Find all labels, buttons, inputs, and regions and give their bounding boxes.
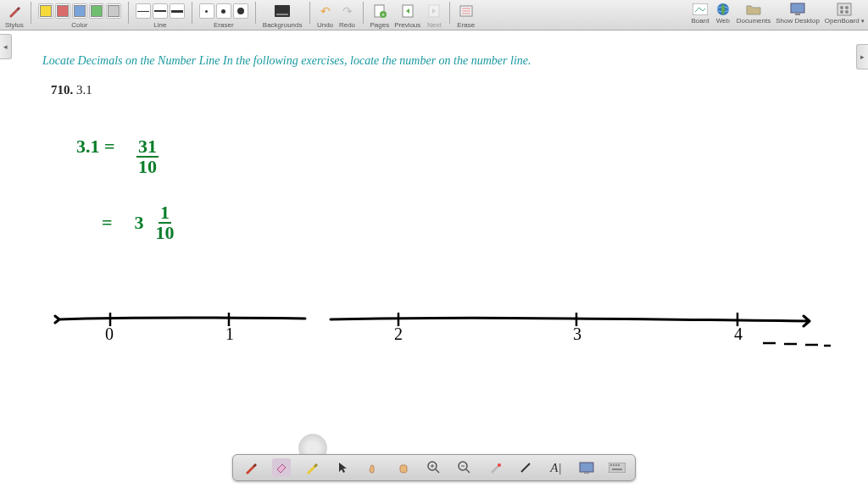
svg-rect-44 <box>615 464 617 466</box>
line-tool[interactable] <box>516 458 535 477</box>
color-gray[interactable] <box>106 3 121 19</box>
svg-rect-40 <box>584 473 589 474</box>
next-group: Next <box>426 2 442 29</box>
redo-group[interactable]: ↷ Redo <box>339 2 356 29</box>
right-panel-toggle[interactable]: ▸ <box>856 44 868 69</box>
svg-rect-43 <box>613 464 615 466</box>
undo-group[interactable]: ↶ Undo <box>317 2 334 29</box>
pages-group[interactable]: + Pages <box>370 2 390 29</box>
right-tool-group: Board Web Documents Show Desktop OpenBoa… <box>691 2 865 25</box>
color-green[interactable] <box>89 3 104 19</box>
svg-rect-14 <box>791 3 804 13</box>
openboard-button[interactable]: OpenBoard ▾ <box>825 2 865 25</box>
undo-icon[interactable]: ↶ <box>317 3 334 19</box>
web-icon <box>715 2 732 17</box>
tick-1: 1 <box>225 324 234 344</box>
line-label: Line <box>153 21 166 29</box>
board-icon <box>692 2 709 17</box>
problem-number: 710. <box>51 83 73 97</box>
interact-tool[interactable] <box>364 458 382 477</box>
svg-line-35 <box>466 469 470 473</box>
web-button[interactable]: Web <box>715 2 732 25</box>
desktop-icon <box>789 2 806 17</box>
keyboard-tool[interactable] <box>608 458 626 477</box>
svg-point-37 <box>498 463 501 467</box>
backgrounds-icon[interactable] <box>274 3 291 19</box>
pen-tool[interactable] <box>242 458 260 477</box>
svg-rect-15 <box>795 14 800 15</box>
problem-statement: 710. 3.1 <box>51 83 92 97</box>
documents-icon <box>745 2 762 17</box>
svg-rect-11 <box>693 3 708 15</box>
svg-line-31 <box>436 469 439 473</box>
openboard-icon <box>836 2 853 17</box>
svg-rect-46 <box>612 469 622 470</box>
line-thin[interactable] <box>136 3 151 19</box>
laser-tool[interactable] <box>486 458 504 477</box>
erase-group[interactable]: Erase <box>457 2 475 29</box>
previous-group[interactable]: Previous <box>394 2 420 29</box>
color-group: Color <box>38 2 121 29</box>
svg-rect-1 <box>276 14 288 15</box>
color-label: Color <box>71 21 87 29</box>
color-yellow[interactable] <box>38 3 53 19</box>
board-button[interactable]: Board <box>691 2 709 25</box>
eraser-size-group: Eraser <box>199 2 248 29</box>
svg-point-17 <box>840 6 843 9</box>
svg-rect-45 <box>618 464 620 466</box>
tick-4: 4 <box>734 324 743 344</box>
eraser-tool[interactable] <box>272 458 291 477</box>
pointer-tool[interactable] <box>333 458 352 477</box>
new-page-icon[interactable]: + <box>371 3 388 19</box>
fraction-31-10: 31 10 <box>136 137 159 176</box>
backgrounds-label: Backgrounds <box>263 21 303 29</box>
bottom-toolbar: A| <box>232 454 636 481</box>
zoom-out-tool[interactable] <box>455 458 474 477</box>
documents-button[interactable]: Documents <box>737 2 771 25</box>
number-line: 0 1 2 3 4 <box>51 301 831 369</box>
zoom-in-tool[interactable] <box>425 458 443 477</box>
tick-3: 3 <box>573 324 581 344</box>
scroll-tool[interactable] <box>394 458 413 477</box>
svg-point-19 <box>840 10 843 14</box>
previous-icon[interactable] <box>399 3 416 19</box>
handwriting-line2: = 3 1 10 <box>102 203 175 242</box>
svg-rect-42 <box>610 464 612 466</box>
undo-label: Undo <box>317 21 333 29</box>
color-blue[interactable] <box>72 3 87 19</box>
eraser-medium[interactable] <box>216 3 231 19</box>
line-group: Line <box>136 2 185 29</box>
color-red[interactable] <box>55 3 70 19</box>
left-panel-toggle[interactable]: ◂ <box>0 34 12 59</box>
tick-0: 0 <box>105 324 114 344</box>
stylus-group: Stylus <box>5 2 24 29</box>
text-tool[interactable]: A| <box>547 458 565 477</box>
whiteboard-canvas[interactable] <box>27 30 854 488</box>
tick-2: 2 <box>394 324 403 344</box>
color-swatches <box>38 2 121 20</box>
svg-rect-41 <box>609 463 626 473</box>
stylus-icon[interactable] <box>6 3 23 19</box>
line-thick[interactable] <box>170 3 185 19</box>
fraction-1-10: 1 10 <box>156 203 175 242</box>
top-toolbar: Stylus Color Line Eraser <box>0 0 868 30</box>
erase-label: Erase <box>457 21 475 29</box>
eraser-small[interactable] <box>199 3 214 19</box>
capture-tool[interactable] <box>577 458 596 477</box>
eraser-large[interactable] <box>233 3 248 19</box>
svg-point-18 <box>845 6 849 9</box>
stylus-label: Stylus <box>5 21 24 29</box>
line-medium[interactable] <box>153 3 168 19</box>
svg-rect-16 <box>837 3 851 15</box>
erase-icon[interactable] <box>458 3 475 19</box>
instruction-text: Locate Decimals on the Number Line In th… <box>42 54 531 68</box>
next-label: Next <box>427 21 441 29</box>
show-desktop-button[interactable]: Show Desktop <box>776 2 820 25</box>
redo-icon[interactable]: ↷ <box>339 3 356 19</box>
svg-text:+: + <box>381 12 385 18</box>
backgrounds-group[interactable]: Backgrounds <box>263 2 303 29</box>
previous-label: Previous <box>394 21 420 29</box>
highlighter-tool[interactable] <box>303 458 321 477</box>
svg-point-20 <box>845 10 849 14</box>
eraser-label: Eraser <box>214 21 234 29</box>
